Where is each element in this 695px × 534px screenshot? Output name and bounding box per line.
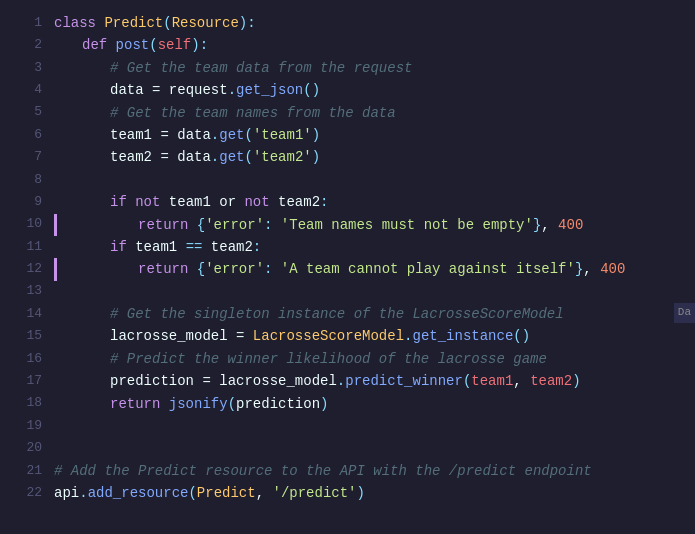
token-p5: () — [303, 79, 320, 101]
error-bar-2 — [54, 258, 57, 280]
line-num-1: 1 — [34, 12, 42, 34]
token-jsonify: jsonify — [169, 393, 228, 415]
line-num-14: 14 — [26, 303, 42, 325]
token-comma4: , — [256, 482, 273, 504]
token-brace1: { — [197, 214, 205, 236]
token-p6: ( — [244, 124, 252, 146]
code-line-8 — [54, 169, 695, 191]
token-dot6: . — [79, 482, 87, 504]
token-or: or — [211, 191, 245, 213]
code-line-6: team1 = data.get('team1') — [54, 124, 695, 146]
token-p15: ( — [188, 482, 196, 504]
line-num-15: 15 — [26, 325, 42, 347]
token-prediction-ref: prediction — [236, 393, 320, 415]
token-not2: not — [244, 191, 278, 213]
token-team2-ref2: team2 — [211, 236, 253, 258]
token-get2: get — [219, 146, 244, 168]
token-team1-var: team1 — [110, 124, 152, 146]
token-brace2: } — [533, 214, 541, 236]
token-eq2: = — [152, 124, 177, 146]
token-comment4: # Predict the winner likelihood of the l… — [110, 348, 547, 370]
token-colon: : — [247, 12, 255, 34]
token-comment1: # Get the team data from the request — [110, 57, 412, 79]
line-num-11: 11 — [26, 236, 42, 258]
line-num-3: 3 — [34, 57, 42, 79]
token-team2-var: team2 — [110, 146, 152, 168]
code-line-1: class Predict(Resource): — [54, 12, 695, 34]
token-data2: data — [177, 124, 211, 146]
token-comma1: , — [541, 214, 558, 236]
line-num-12: 12 — [26, 258, 42, 280]
token-colon2: : — [264, 214, 281, 236]
token-c4: : — [253, 236, 261, 258]
token-error-val2: 'A team cannot play against itself' — [281, 258, 575, 280]
code-line-2: def post(self): — [54, 34, 695, 56]
line-num-13: 13 — [26, 281, 42, 303]
token-predict-path: '/predict' — [272, 482, 356, 504]
token-dot3: . — [211, 146, 219, 168]
token-comment2: # Get the team names from the data — [110, 102, 396, 124]
token-paren2: ) — [239, 12, 247, 34]
code-line-9: if not team1 or not team2: — [54, 191, 695, 213]
code-line-11: if team1 == team2: — [54, 236, 695, 258]
code-line-7: team2 = data.get('team2') — [54, 146, 695, 168]
code-line-5: # Get the team names from the data — [54, 102, 695, 124]
token-resource: Resource — [172, 12, 239, 34]
token-not1: not — [135, 191, 169, 213]
token-brace3: { — [197, 258, 205, 280]
token-dot2: . — [211, 124, 219, 146]
token-p7: ) — [312, 124, 320, 146]
token-comma3: , — [513, 370, 530, 392]
code-line-16: # Predict the winner likelihood of the l… — [54, 348, 695, 370]
code-line-18: return jsonify(prediction) — [54, 393, 695, 415]
token-p8: ( — [244, 146, 252, 168]
token-eq1: = — [144, 79, 169, 101]
token-p13: ( — [228, 393, 236, 415]
token-p9: ) — [312, 146, 320, 168]
code-line-19 — [54, 415, 695, 437]
token-get1: get — [219, 124, 244, 146]
token-add-resource: add_resource — [88, 482, 189, 504]
code-line-10: return {'error': 'Team names must not be… — [54, 214, 695, 236]
token-brace4: } — [575, 258, 583, 280]
token-c2: : — [200, 34, 208, 56]
code-line-3: # Get the team data from the request — [54, 57, 695, 79]
token-p10: () — [513, 325, 530, 347]
token-get-json: get_json — [236, 79, 303, 101]
line-num-9: 9 — [34, 191, 42, 213]
line-num-10: 10 — [26, 214, 42, 236]
line-num-19: 19 — [26, 415, 42, 437]
token-request: request — [169, 79, 228, 101]
token-if2: if — [110, 236, 135, 258]
token-str-team2: 'team2' — [253, 146, 312, 168]
code-line-22: api.add_resource(Predict, '/predict') — [54, 482, 695, 504]
token-def: def — [82, 34, 116, 56]
line-num-8: 8 — [34, 169, 42, 191]
token-comment3: # Get the singleton instance of the Lacr… — [110, 303, 564, 325]
token-return2: return — [138, 258, 197, 280]
line-num-16: 16 — [26, 348, 42, 370]
code-line-14: # Get the singleton instance of the Lacr… — [54, 303, 695, 325]
token-eq5: = — [194, 370, 219, 392]
token-team1-arg: team1 — [471, 370, 513, 392]
line-num-7: 7 — [34, 146, 42, 168]
token-400-2: 400 — [600, 258, 625, 280]
line-num-4: 4 — [34, 79, 42, 101]
token-dot1: . — [228, 79, 236, 101]
token-classname: Predict — [104, 12, 163, 34]
token-str-team1: 'team1' — [253, 124, 312, 146]
token-error-key1: 'error' — [205, 214, 264, 236]
code-content: class Predict(Resource): def post(self):… — [50, 0, 695, 534]
line-num-18: 18 — [26, 393, 42, 415]
token-400-1: 400 — [558, 214, 583, 236]
code-line-15: lacrosse_model = LacrosseScoreModel.get_… — [54, 325, 695, 347]
token-lacrosse-model-var: lacrosse_model — [110, 325, 228, 347]
token-error-key2: 'error' — [205, 258, 264, 280]
line-num-17: 17 — [26, 370, 42, 392]
token-predict-winner: predict_winner — [345, 370, 463, 392]
truncated-indicator: Da — [674, 303, 695, 323]
code-line-21: # Add the Predict resource to the API wi… — [54, 460, 695, 482]
token-p12: ) — [572, 370, 580, 392]
code-line-12: return {'error': 'A team cannot play aga… — [54, 258, 695, 280]
code-editor: 1 2 3 4 5 6 7 8 9 10 11 12 13 14 15 16 1… — [0, 0, 695, 534]
